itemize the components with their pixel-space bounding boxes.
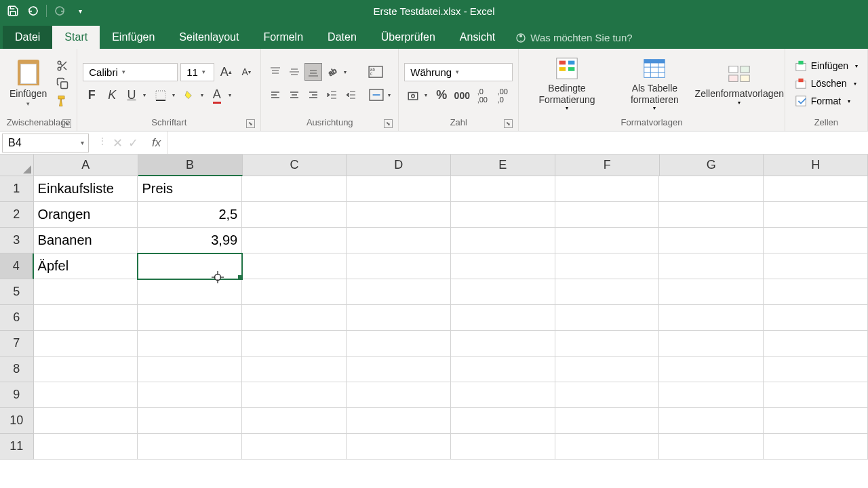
- align-center-icon[interactable]: [285, 86, 303, 104]
- cell-C6[interactable]: [242, 305, 347, 331]
- orientation-icon[interactable]: ab▾: [323, 63, 349, 81]
- number-format-dropdown[interactable]: Währung▾: [404, 63, 513, 81]
- cell-D3[interactable]: [347, 228, 451, 253]
- conditional-format-button[interactable]: Bedingte Formatierung▾: [524, 54, 609, 113]
- font-size-dropdown[interactable]: 11▾: [180, 63, 214, 81]
- cell-A7[interactable]: [34, 331, 138, 357]
- font-launcher-icon[interactable]: ⬊: [246, 119, 255, 128]
- cell-G1[interactable]: [659, 176, 764, 202]
- cell-D2[interactable]: [347, 202, 451, 228]
- cell-H5[interactable]: [764, 279, 868, 305]
- cell-D5[interactable]: [347, 279, 451, 305]
- cell-H10[interactable]: [764, 408, 868, 434]
- cell-D6[interactable]: [347, 305, 451, 331]
- cell-styles-button[interactable]: Zellenformatvorlagen▾: [700, 60, 779, 107]
- cell-A8[interactable]: [34, 357, 138, 382]
- comma-style-icon[interactable]: 000: [453, 87, 471, 104]
- cancel-formula-icon[interactable]: ✕: [113, 136, 123, 150]
- row-header-2[interactable]: 2: [0, 202, 34, 228]
- cell-C9[interactable]: [242, 382, 347, 408]
- col-header-D[interactable]: D: [347, 155, 451, 176]
- decrease-indent-icon[interactable]: [323, 86, 341, 104]
- percent-icon[interactable]: %: [433, 87, 450, 104]
- tab-insert[interactable]: Einfügen: [100, 26, 167, 49]
- cell-A5[interactable]: [34, 279, 138, 305]
- row-header-5[interactable]: 5: [0, 279, 34, 305]
- cell-A9[interactable]: [34, 382, 138, 408]
- cell-C3[interactable]: [242, 228, 347, 253]
- cell-A3[interactable]: Bananen: [34, 228, 138, 253]
- clipboard-launcher-icon[interactable]: ⬊: [62, 119, 71, 128]
- cell-G7[interactable]: [659, 331, 764, 357]
- cell-F2[interactable]: [555, 202, 660, 228]
- cell-H4[interactable]: [764, 253, 868, 279]
- col-header-C[interactable]: C: [243, 155, 347, 176]
- tab-review[interactable]: Überprüfen: [369, 26, 448, 49]
- cell-D1[interactable]: [347, 176, 451, 202]
- cell-H8[interactable]: [764, 357, 868, 382]
- align-top-icon[interactable]: [267, 63, 284, 81]
- row-header-1[interactable]: 1: [0, 176, 34, 202]
- cell-B10[interactable]: [138, 408, 242, 434]
- insert-function-icon[interactable]: fx: [145, 136, 167, 150]
- row-header-4[interactable]: 4: [0, 253, 34, 279]
- cell-B6[interactable]: [138, 305, 242, 331]
- cell-F11[interactable]: [555, 434, 660, 460]
- increase-indent-icon[interactable]: [342, 86, 360, 104]
- cell-E5[interactable]: [451, 279, 555, 305]
- cell-E3[interactable]: [451, 228, 555, 253]
- row-header-9[interactable]: 9: [0, 382, 34, 408]
- cell-G11[interactable]: [659, 434, 764, 460]
- cell-B2[interactable]: 2,5: [138, 202, 242, 228]
- cell-A1[interactable]: Einkaufsliste: [34, 176, 138, 202]
- cell-E7[interactable]: [451, 331, 555, 357]
- qat-customize-icon[interactable]: ▾: [73, 3, 87, 18]
- cell-C11[interactable]: [242, 434, 347, 460]
- font-name-dropdown[interactable]: Calibri▾: [83, 63, 178, 81]
- cell-F6[interactable]: [555, 305, 660, 331]
- font-color-icon[interactable]: A▾: [209, 87, 235, 104]
- cell-G8[interactable]: [659, 357, 764, 382]
- tab-layout[interactable]: Seitenlayout: [167, 26, 251, 49]
- cell-C10[interactable]: [242, 408, 347, 434]
- cell-B11[interactable]: [138, 434, 242, 460]
- formula-input[interactable]: [167, 131, 868, 154]
- cell-E4[interactable]: [451, 253, 555, 279]
- cell-H2[interactable]: [764, 202, 868, 228]
- borders-icon[interactable]: ▾: [152, 87, 178, 104]
- cell-F9[interactable]: [555, 382, 660, 408]
- cell-B1[interactable]: Preis: [138, 176, 242, 202]
- cell-F1[interactable]: [555, 176, 660, 202]
- wrap-text-icon[interactable]: abc: [367, 63, 384, 81]
- copy-icon[interactable]: [55, 76, 70, 91]
- decrease-font-icon[interactable]: A▾: [237, 63, 255, 81]
- align-middle-icon[interactable]: [285, 63, 303, 81]
- col-header-H[interactable]: H: [764, 155, 868, 176]
- cut-icon[interactable]: [55, 58, 70, 73]
- cell-G3[interactable]: [659, 228, 764, 253]
- cell-H11[interactable]: [764, 434, 868, 460]
- cell-E2[interactable]: [451, 202, 555, 228]
- cell-C7[interactable]: [242, 331, 347, 357]
- tab-formulas[interactable]: Formeln: [251, 26, 315, 49]
- cell-H9[interactable]: [764, 382, 868, 408]
- cell-G2[interactable]: [659, 202, 764, 228]
- cell-C2[interactable]: [242, 202, 347, 228]
- cell-E8[interactable]: [451, 357, 555, 382]
- align-bottom-icon[interactable]: [304, 63, 322, 81]
- cell-C8[interactable]: [242, 357, 347, 382]
- name-box-arrow-icon[interactable]: ▾: [77, 139, 88, 146]
- redo-icon[interactable]: [52, 3, 67, 18]
- col-header-F[interactable]: F: [555, 155, 660, 176]
- cell-D4[interactable]: [347, 253, 451, 279]
- underline-icon[interactable]: U▾: [123, 87, 149, 104]
- cell-F10[interactable]: [555, 408, 660, 434]
- tab-data[interactable]: Daten: [315, 26, 369, 49]
- delete-cells-button[interactable]: Löschen▾: [792, 76, 861, 91]
- cell-B8[interactable]: [138, 357, 242, 382]
- cell-E9[interactable]: [451, 382, 555, 408]
- col-header-A[interactable]: A: [34, 155, 138, 176]
- cell-F8[interactable]: [555, 357, 660, 382]
- cell-E1[interactable]: [451, 176, 555, 202]
- name-box[interactable]: ▾: [2, 134, 89, 152]
